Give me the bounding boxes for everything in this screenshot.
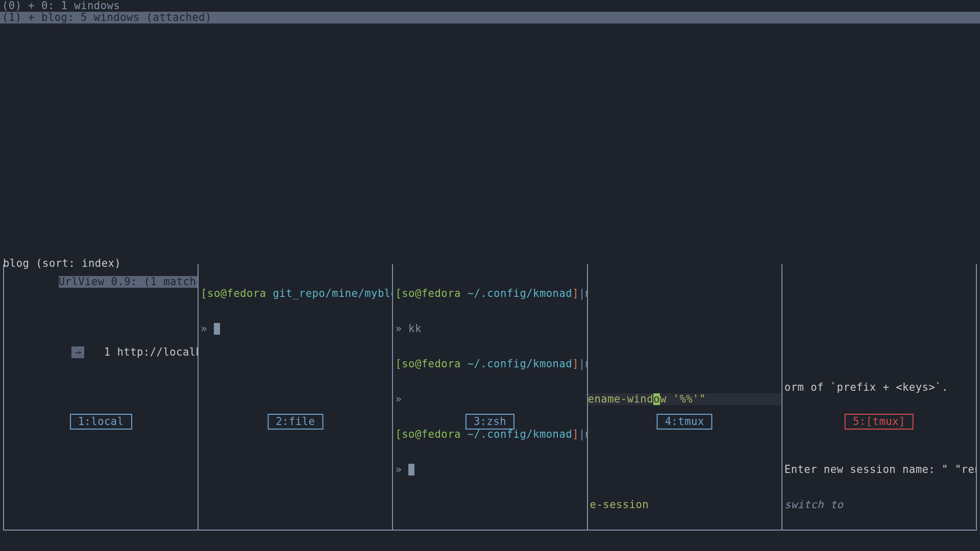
code-row: ename-window '%%'" xyxy=(588,393,781,405)
pane-label-5: 5:[tmux] xyxy=(845,414,914,430)
comment-line: switch to xyxy=(782,499,976,511)
preview-frame: UrlView 0.9: (1 matches) Press → 1 http:… xyxy=(3,264,977,531)
session-row-0[interactable]: (0) + 0: 1 windows xyxy=(0,0,980,12)
arrow-icon: → xyxy=(71,346,84,358)
pane-2-file[interactable]: [so@fedora git_repo/mine/myblo » 2:file xyxy=(198,264,392,530)
urlview-entry[interactable]: → 1 http://localhost:1313/ xyxy=(6,335,195,370)
pane-3-zsh[interactable]: [so@fedora ~/.config/kmonad]|m » kk [so@… xyxy=(392,264,586,530)
code-row-2: e-session xyxy=(588,499,781,511)
pane-4-tmux[interactable]: ename-window '%%'" e-session 4:tmux xyxy=(587,264,781,530)
urlview-header: UrlView 0.9: (1 matches) Press xyxy=(59,276,198,288)
pane-label-4: 4:tmux xyxy=(657,414,713,430)
session-row-1[interactable]: (1) + blog: 5 windows (attached) xyxy=(0,12,980,23)
pane-1-local[interactable]: UrlView 0.9: (1 matches) Press → 1 http:… xyxy=(4,264,198,530)
pane-5-tmux-active[interactable]: orm of `prefix + <keys>`. Enter new sess… xyxy=(781,264,976,530)
pane-label-2: 2:file xyxy=(267,414,323,430)
prompt-input[interactable]: » xyxy=(395,464,584,475)
prompt-line: [so@fedora git_repo/mine/myblo xyxy=(201,288,390,299)
text-line: Enter new session name: " "renam xyxy=(782,464,976,475)
text-line: orm of `prefix + <keys>`. xyxy=(782,382,976,393)
prompt-input[interactable]: » xyxy=(201,323,390,335)
pane-label-1: 1:local xyxy=(70,414,132,430)
tmux-status-bar: [blog] 1:local 2:file 3:zsh 4:tmux- 5:[t… xyxy=(0,539,980,551)
pane-label-3: 3:zsh xyxy=(465,414,514,430)
session-list: (0) + 0: 1 windows (1) + blog: 5 windows… xyxy=(0,0,980,23)
